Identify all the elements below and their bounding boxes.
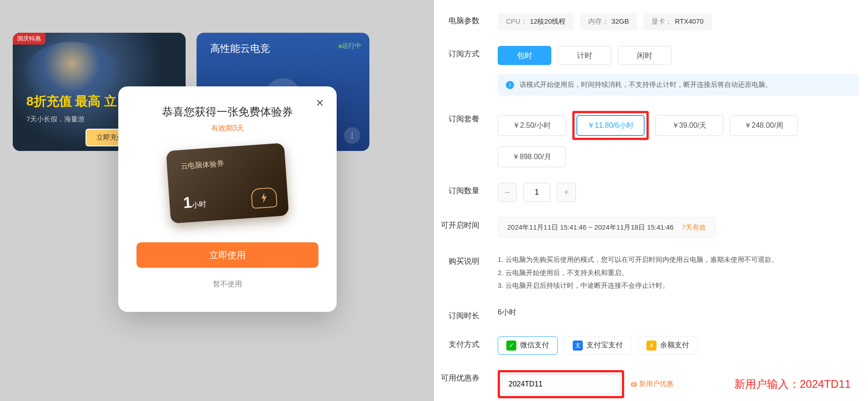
modal-validity: 有效期3天 <box>136 124 318 133</box>
use-now-button[interactable]: 立即使用 <box>136 242 318 268</box>
highlight-annotation: ￥11.80/6小时 <box>572 111 649 140</box>
pay-balance[interactable]: ¥余额支付 <box>638 336 698 355</box>
row-packages: 订阅套餐 ￥2.50/小时 ￥11.80/6小时 ￥39.00/天 ￥248.0… <box>434 111 859 167</box>
pkg-6hours[interactable]: ￥11.80/6小时 <box>576 115 645 136</box>
open-time-box: 2024年11月11日 15:41:46 ~ 2024年11月18日 15:41… <box>498 217 716 238</box>
more-button[interactable]: ⋮ <box>344 127 360 144</box>
coupon-card: 云电脑体验券 1小时 <box>166 143 289 224</box>
promo-badge: 国庆特惠 <box>13 33 45 45</box>
duration-value: 6小时 <box>498 308 516 317</box>
qty-minus-button[interactable]: − <box>498 183 517 202</box>
close-icon[interactable]: ✕ <box>316 97 324 109</box>
row-duration: 订阅时长 6小时 <box>434 308 859 321</box>
pkg-weekly[interactable]: ￥248.00/周 <box>730 115 798 136</box>
row-notes: 购买说明 1. 云电脑为先购买后使用的模式，您可以在可开启时间内使用云电脑，逾期… <box>434 253 859 292</box>
alipay-icon: 支 <box>573 341 583 351</box>
modal-title: 恭喜您获得一张免费体验券 <box>136 105 318 119</box>
ticket-icon: 🎟 <box>631 380 637 388</box>
status-text: 运行中 <box>342 42 361 50</box>
annotation-text: 新用户输入：2024TD11 <box>734 377 851 391</box>
purchase-panel: 电脑参数 CPU：12核20线程 内存：32GB 显卡：RTX4070 订阅方式… <box>434 0 868 401</box>
spec-gpu: 显卡：RTX4070 <box>643 13 712 30</box>
status-dot-icon <box>338 45 342 48</box>
spec-cpu: CPU：12核20线程 <box>498 13 574 30</box>
purchase-notes: 1. 云电脑为先购买后使用的模式，您可以在可开启时间内使用云电脑，逾期未使用不可… <box>498 253 778 292</box>
hero-subtext: 7天小长假，海量游 <box>26 115 85 124</box>
info-icon: i <box>506 81 514 89</box>
mode-tab-baoshi[interactable]: 包时 <box>498 46 551 65</box>
row-coupon: 可用优惠券 🎟 新用户优惠 新用户输入：2024TD11 <box>434 370 859 398</box>
balance-icon: ¥ <box>646 341 656 351</box>
coupon-modal: ✕ 恭喜您获得一张免费体验券 有效期3天 云电脑体验券 1小时 立即使用 暂不使… <box>118 86 337 312</box>
mode-tab-xianshi[interactable]: 闲时 <box>618 46 671 65</box>
highlight-annotation <box>498 370 624 398</box>
coupon-label: 云电脑体验券 <box>180 155 272 171</box>
mode-info-banner: i 该模式开始使用后，时间持续消耗，不支持停止计时，断开连接后将自动还原电脑。 <box>498 74 859 95</box>
pkg-daily[interactable]: ￥39.00/天 <box>655 115 723 136</box>
use-later-button[interactable]: 暂不使用 <box>213 280 242 289</box>
lightning-cloud-icon <box>251 187 278 209</box>
card-title: 高性能云电竞 <box>210 42 270 55</box>
row-qty: 订阅数量 − 1 + <box>434 183 859 202</box>
qty-plus-button[interactable]: + <box>557 183 576 202</box>
coupon-code-input[interactable] <box>502 374 620 394</box>
row-open-time: 可开启时间 2024年11月11日 15:41:46 ~ 2024年11月18日… <box>434 217 859 238</box>
left-pane: 国庆特惠 8折充值 最高 立 7天小长假，海量游 立即充值 高性能云电竞 运行中… <box>0 0 434 401</box>
row-specs: 电脑参数 CPU：12核20线程 内存：32GB 显卡：RTX4070 <box>434 13 859 30</box>
qty-value: 1 <box>523 183 550 202</box>
pay-wechat[interactable]: ✓微信支付 <box>498 336 558 355</box>
hero-headline: 8折充值 最高 立 <box>26 93 117 110</box>
pkg-monthly[interactable]: ￥898.00/月 <box>498 146 566 167</box>
row-pay-method: 支付方式 ✓微信支付 支支付宝支付 ¥余额支付 <box>434 336 859 355</box>
wechat-icon: ✓ <box>506 341 516 351</box>
coupon-value: 1小时 <box>182 192 207 211</box>
spec-memory: 内存：32GB <box>580 13 637 30</box>
new-user-tag: 🎟 新用户优惠 <box>631 380 673 388</box>
pay-alipay[interactable]: 支支付宝支付 <box>564 336 631 355</box>
mode-tab-jishi[interactable]: 计时 <box>558 46 611 65</box>
row-sub-mode: 订阅方式 包时 计时 闲时 i 该模式开始使用后，时间持续消耗，不支持停止计时，… <box>434 46 859 95</box>
pkg-hourly[interactable]: ￥2.50/小时 <box>498 115 566 136</box>
